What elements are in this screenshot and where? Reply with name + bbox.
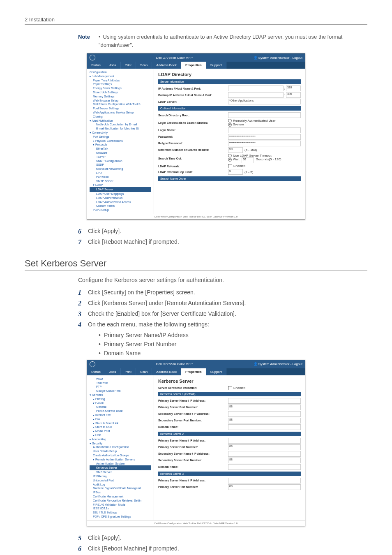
ip-port-field[interactable]: 389 xyxy=(286,86,301,91)
nav-item[interactable]: ▸ Store to USB xyxy=(90,425,151,429)
nav-item[interactable]: Dell Printer Configuration Web Tool S xyxy=(90,102,151,106)
nav-item[interactable]: FIPS140 Validation Mode xyxy=(90,503,151,507)
psport-field[interactable]: 88 xyxy=(228,405,301,410)
nav-item[interactable]: ▸ Job Management xyxy=(90,74,151,79)
cert-checkbox[interactable] xyxy=(228,386,232,390)
tab-jobs[interactable]: Jobs xyxy=(105,62,121,69)
nav-item[interactable]: Unbounded Port xyxy=(90,479,151,483)
tab-scan[interactable]: Scan xyxy=(136,62,152,69)
nav-item[interactable]: LDAP User Mappings xyxy=(90,192,151,196)
retype-field[interactable]: •••••••••••••••••••••••••• xyxy=(228,141,301,146)
nav-item[interactable]: Port 9100 xyxy=(90,175,151,179)
psname-field-3[interactable] xyxy=(228,478,301,483)
nav-item[interactable]: ▾ E-mail xyxy=(90,401,151,405)
nav-item[interactable]: ▾ Alert Notification xyxy=(90,119,151,123)
radio-use-ldap-timeout[interactable] xyxy=(228,154,232,157)
nav-item[interactable]: ▾ LDAP xyxy=(90,183,151,187)
tab-support[interactable]: Support xyxy=(206,62,226,69)
domain-field-2[interactable] xyxy=(228,464,301,470)
nav-item[interactable]: ▾ Security xyxy=(90,442,151,446)
psname-field[interactable] xyxy=(228,398,301,404)
nav-item[interactable]: Notify Job Completion by E-mail xyxy=(90,123,151,127)
nav-item[interactable]: IP Filtering xyxy=(90,474,151,479)
nav-item[interactable]: SSL / TLS Settings xyxy=(90,511,151,515)
nav-item[interactable]: Paper Settings xyxy=(90,82,151,86)
tab-properties[interactable]: Properties xyxy=(181,368,206,375)
radio-remote[interactable] xyxy=(228,119,232,123)
nav-item[interactable]: Create Authorization Groups xyxy=(90,453,151,458)
nav-item[interactable]: TCP/IP xyxy=(90,155,151,159)
nav-item[interactable]: IEEE 802.1x xyxy=(90,506,151,511)
psport-field-2[interactable]: 88 xyxy=(228,444,301,450)
nav-item[interactable]: ▸ Store & Send Link xyxy=(90,421,151,426)
ssname-field-2[interactable] xyxy=(228,451,301,457)
nav-item[interactable]: ▾ Services xyxy=(90,393,151,397)
tab-support[interactable]: Support xyxy=(206,368,226,375)
nav-item[interactable]: Stored Job Settings xyxy=(90,90,151,95)
nav-item[interactable]: ▸ Printing xyxy=(90,397,151,401)
tab-properties[interactable]: Properties xyxy=(181,62,206,69)
hop-field[interactable]: 5 xyxy=(228,169,243,175)
nav-item[interactable]: Custom Filters xyxy=(90,204,151,208)
nav-item[interactable]: ▸ Media Print xyxy=(90,429,151,433)
nav-item[interactable]: Google Cloud Print xyxy=(90,389,151,393)
tab-address-book[interactable]: Address Book xyxy=(152,62,181,69)
tab-scan[interactable]: Scan xyxy=(136,368,152,375)
nav-item[interactable]: Web Applications Service Setup xyxy=(90,111,151,115)
tab-print[interactable]: Print xyxy=(121,62,136,69)
nav-item-kerberos-server[interactable]: Kerberos Server xyxy=(90,465,151,470)
domain-field[interactable] xyxy=(228,424,301,430)
nav-item[interactable]: PDF / XPS Signature Settings xyxy=(90,515,151,519)
radio-system[interactable] xyxy=(228,123,232,127)
nav-item[interactable]: WSD xyxy=(90,377,151,381)
nav-item[interactable]: Authentication Configuration xyxy=(90,445,151,449)
nav-item[interactable]: NetWare xyxy=(90,151,151,155)
nav-item[interactable]: Memory Settings xyxy=(90,95,151,99)
root-field[interactable] xyxy=(228,112,301,118)
nav-item[interactable]: ▸ Physical Connections xyxy=(90,139,151,143)
psname-field-2[interactable] xyxy=(228,438,301,444)
nav-item[interactable]: Paper Tray Attributes xyxy=(90,79,151,83)
nav-item[interactable]: LDAP Authentication xyxy=(90,196,151,200)
ssport-field[interactable]: 88 xyxy=(228,418,301,423)
nav-item[interactable]: SMB Server xyxy=(90,470,151,474)
nav-item[interactable]: ▸ Accounting xyxy=(90,437,151,442)
nav-item[interactable]: Audit Log xyxy=(90,483,151,487)
nav-item[interactable]: ▸ Internet Fax xyxy=(90,413,151,417)
password-field[interactable]: •••••••••••••••••••••••••• xyxy=(228,134,301,140)
nav-item[interactable]: Configuration xyxy=(90,70,151,74)
nav-item[interactable]: Certificate Management xyxy=(90,495,151,499)
nav-item[interactable]: ▾ Remote Authentication Servers xyxy=(90,458,151,462)
tab-print[interactable]: Print xyxy=(121,368,136,375)
radio-wait[interactable] xyxy=(228,158,232,162)
nav-item[interactable]: Machine Digital Certificate Managemt xyxy=(90,486,151,490)
tab-status[interactable]: Status xyxy=(87,368,105,375)
login-field[interactable] xyxy=(228,127,301,133)
nav-item[interactable]: SMTP Server xyxy=(90,179,151,183)
nav-item[interactable]: ▾ Connectivity xyxy=(90,131,151,135)
nav-item[interactable]: POP3 Setup xyxy=(90,208,151,212)
tab-address-book[interactable]: Address Book xyxy=(152,368,181,375)
wait-field[interactable]: 30 xyxy=(242,157,254,163)
ssname-field[interactable] xyxy=(228,411,301,417)
nav-item[interactable]: Cloning xyxy=(90,115,151,119)
nav-item[interactable]: ThinPrint xyxy=(90,381,151,385)
ssport-field-2[interactable]: 88 xyxy=(228,458,301,463)
nav-item[interactable]: LPD xyxy=(90,171,151,175)
nav-item[interactable]: E-mail Notification for Machine St xyxy=(90,127,151,131)
backup-field[interactable] xyxy=(228,92,284,98)
nav-item[interactable]: Public Address Book xyxy=(90,409,151,413)
nav-item[interactable]: Web Browser Setup xyxy=(90,99,151,103)
nav-item[interactable]: General xyxy=(90,405,151,409)
nav-item[interactable]: User Details Setup xyxy=(90,449,151,453)
nav-item[interactable]: Authentication System xyxy=(90,462,151,466)
nav-item[interactable]: ▾ Protocols xyxy=(90,143,151,147)
tab-status[interactable]: Status xyxy=(87,62,105,69)
nav-item[interactable]: Microsoft Networking xyxy=(90,167,151,171)
maxr-field[interactable]: 50 xyxy=(228,147,243,153)
nav-item[interactable]: LDAP Authorization Access xyxy=(90,200,151,204)
nav-item-ldap-server[interactable]: LDAP Server xyxy=(90,187,151,192)
nav-item[interactable]: Port Settings xyxy=(90,135,151,139)
tab-jobs[interactable]: Jobs xyxy=(105,368,121,375)
nav-item[interactable]: ▸ USB xyxy=(90,433,151,437)
